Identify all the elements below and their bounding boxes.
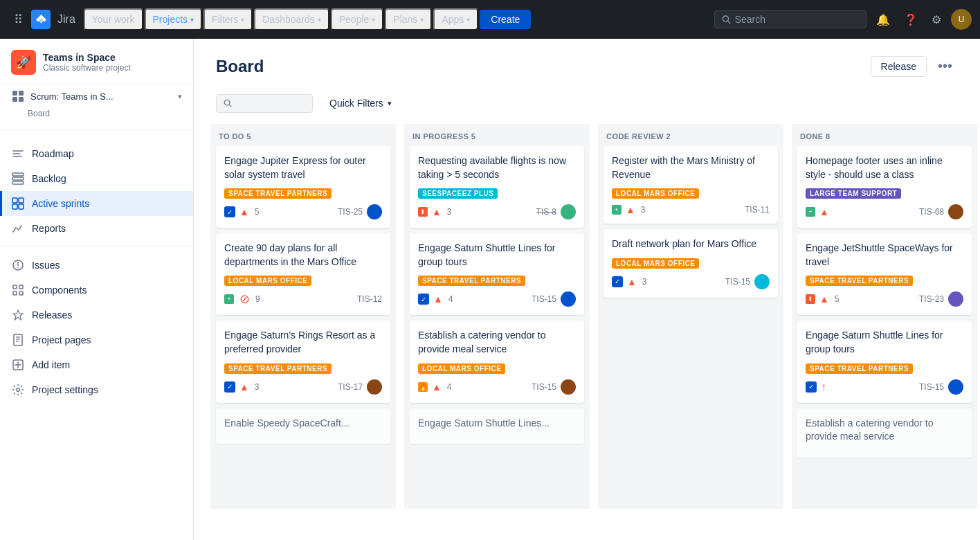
- board-search-box[interactable]: [216, 94, 313, 113]
- card-footer: + ⊘ 9 TIS-12: [224, 291, 382, 307]
- dashboards-chevron-icon: ▾: [318, 16, 321, 24]
- sidebar-nav: Roadmap Backlog Active sprints: [0, 136, 193, 408]
- main-wrapper: 🚀 Teams in Space Classic software projec…: [0, 0, 980, 540]
- svg-rect-6: [19, 97, 24, 102]
- sidebar-item-issues[interactable]: Issues: [0, 253, 193, 278]
- sidebar-item-roadmap[interactable]: Roadmap: [0, 141, 193, 166]
- priority-icon: ▲: [239, 206, 249, 217]
- table-row[interactable]: Homepage footer uses an inline style - s…: [797, 146, 972, 228]
- table-row[interactable]: Engage Jupiter Express for outer solar s…: [216, 146, 390, 228]
- card-id: TIS-15: [532, 294, 556, 304]
- jira-logo[interactable]: Jira: [31, 10, 75, 29]
- table-row[interactable]: Engage Saturn's Rings Resort as a prefer…: [216, 321, 390, 402]
- column-todo-cards: Engage Jupiter Express for outer solar s…: [210, 146, 396, 509]
- project-type: Classic software project: [43, 63, 182, 73]
- project-name: Teams in Space: [43, 52, 182, 63]
- board-icon: [11, 89, 25, 103]
- user-avatar[interactable]: U: [951, 9, 972, 30]
- table-row[interactable]: Draft network plan for Mars Office LOCAL…: [604, 229, 778, 298]
- svg-rect-23: [19, 291, 23, 295]
- column-todo: TO DO 5 Engage Jupiter Express for outer…: [210, 124, 396, 509]
- column-done-header: DONE 8: [792, 124, 977, 146]
- content-header: Board Release •••: [194, 39, 980, 88]
- topnav-people[interactable]: People ▾: [331, 8, 384, 30]
- card-title: Create 90 day plans for all departments …: [224, 242, 382, 269]
- table-row[interactable]: Register with the Mars Ministry of Reven…: [604, 146, 778, 224]
- sidebar-item-reports[interactable]: Reports: [0, 216, 193, 241]
- card-title: Requesting available flights is now taki…: [418, 154, 576, 181]
- topnav-filters[interactable]: Filters ▾: [203, 8, 253, 30]
- card-title: Engage Saturn's Rings Resort as a prefer…: [224, 329, 382, 356]
- table-row[interactable]: Enable Speedy SpaceCraft...: [216, 408, 390, 444]
- card-id: TIS-12: [357, 294, 382, 304]
- priority-icon: ▲: [432, 381, 442, 393]
- issues-icon: [11, 258, 25, 272]
- column-done: DONE 8 Homepage footer uses an inline st…: [792, 124, 977, 509]
- card-label: SPACE TRAVEL PARTNERS: [806, 276, 913, 286]
- card-label: LOCAL MARS OFFICE: [224, 276, 311, 286]
- settings-icon[interactable]: ⚙: [927, 9, 945, 30]
- card-title: Homepage footer uses an inline style - s…: [806, 154, 963, 181]
- sidebar-scrum-dropdown[interactable]: Scrum: Teams in S... ▾: [0, 84, 193, 109]
- topnav-dashboards[interactable]: Dashboards ▾: [254, 8, 329, 30]
- notifications-icon[interactable]: 🔔: [872, 9, 894, 30]
- board-search-icon: [224, 98, 232, 108]
- release-button[interactable]: Release: [871, 56, 927, 77]
- table-row[interactable]: Requesting available flights is now taki…: [410, 146, 584, 228]
- jira-logo-icon: [31, 10, 51, 29]
- board-columns: TO DO 5 Engage Jupiter Express for outer…: [194, 124, 980, 525]
- sidebar-item-backlog-label: Backlog: [32, 173, 66, 184]
- card-id: TIS-23: [919, 294, 944, 304]
- card-label: SPACE TRAVEL PARTNERS: [224, 363, 332, 374]
- avatar: [948, 291, 963, 307]
- topnav-projects[interactable]: Projects ▾: [145, 8, 203, 30]
- card-label: SEESPACEEZ PLUS: [418, 188, 498, 199]
- sidebar-item-releases[interactable]: Releases: [0, 303, 193, 327]
- filters-bar: Quick Filters ▾: [194, 88, 980, 124]
- help-icon[interactable]: ❓: [900, 9, 922, 30]
- card-title: Engage Saturn Shuttle Lines for group to…: [418, 242, 576, 269]
- svg-rect-21: [19, 285, 23, 289]
- card-id: TIS-11: [745, 205, 770, 215]
- topnav-items: Your work Projects ▾ Filters ▾ Dashboard…: [84, 8, 706, 30]
- table-row[interactable]: Establish a catering vendor to provide m…: [410, 321, 584, 402]
- avatar: [367, 379, 382, 395]
- table-row[interactable]: Establish a catering vendor to provide m…: [797, 408, 972, 458]
- sidebar-item-releases-label: Releases: [32, 309, 72, 321]
- sidebar-item-project-settings[interactable]: Project settings: [0, 377, 193, 402]
- sidebar-item-project-pages[interactable]: Project pages: [0, 327, 193, 352]
- sidebar-item-roadmap-label: Roadmap: [32, 148, 74, 159]
- app-grid-icon[interactable]: ⠿: [8, 6, 28, 33]
- sidebar-project: 🚀 Teams in Space Classic software projec…: [0, 39, 193, 84]
- sidebar-divider-2: [0, 246, 193, 247]
- components-icon: [11, 283, 25, 297]
- quick-filters-chevron-icon: ▾: [388, 99, 392, 108]
- table-row[interactable]: Engage Saturn Shuttle Lines...: [410, 408, 584, 444]
- card-label: LOCAL MARS OFFICE: [418, 363, 505, 374]
- sidebar-divider-1: [0, 129, 193, 130]
- topnav-apps[interactable]: Apps ▾: [433, 8, 478, 30]
- svg-rect-16: [19, 204, 24, 209]
- card-id: TIS-25: [338, 207, 363, 217]
- more-options-button[interactable]: •••: [932, 55, 958, 77]
- table-row[interactable]: Engage Saturn Shuttle Lines for group to…: [410, 233, 584, 315]
- sidebar-item-components[interactable]: Components: [0, 278, 193, 303]
- topnav-your-work[interactable]: Your work: [84, 8, 143, 30]
- table-row[interactable]: Engage Saturn Shuttle Lines for group to…: [797, 321, 972, 402]
- avatar: [948, 204, 963, 219]
- card-title: Engage JetShuttle SpaceWays for travel: [806, 242, 963, 269]
- search-box[interactable]: [714, 10, 866, 28]
- sidebar-item-add-item[interactable]: Add item: [0, 352, 193, 377]
- sidebar-item-active-sprints[interactable]: Active sprints: [0, 191, 193, 216]
- table-row[interactable]: Create 90 day plans for all departments …: [216, 233, 390, 315]
- board-search-input[interactable]: [236, 98, 305, 109]
- story-icon: +: [806, 207, 815, 217]
- column-todo-header: TO DO 5: [210, 124, 396, 146]
- topnav-plans[interactable]: Plans ▾: [385, 8, 432, 30]
- sidebar-item-backlog[interactable]: Backlog: [0, 166, 193, 191]
- create-button[interactable]: Create: [480, 10, 531, 29]
- quick-filters-button[interactable]: Quick Filters ▾: [321, 93, 400, 113]
- table-row[interactable]: Engage JetShuttle SpaceWays for travel S…: [797, 233, 972, 315]
- column-in-progress-cards: Requesting available flights is now taki…: [404, 146, 590, 509]
- search-input[interactable]: [735, 14, 859, 25]
